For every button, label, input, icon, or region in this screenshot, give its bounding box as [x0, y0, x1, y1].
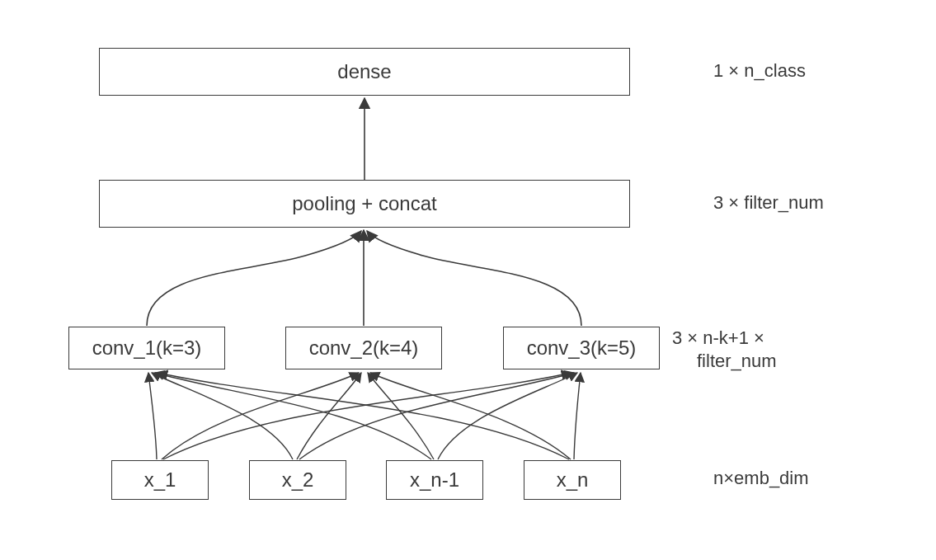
input-x3-label: x_n-1 — [410, 468, 459, 492]
layer-conv3: conv_3(k=5) — [503, 327, 660, 369]
diagram-stage: dense pooling + concat conv_1(k=3) conv_… — [0, 0, 936, 560]
annotation-dense-dim: 1 × n_class — [713, 59, 806, 82]
layer-pooling-label: pooling + concat — [292, 192, 436, 215]
annotation-pooling-dim: 3 × filter_num — [713, 191, 824, 214]
layer-dense-label: dense — [337, 60, 391, 83]
input-x2-label: x_2 — [282, 468, 314, 492]
input-x3: x_n-1 — [386, 460, 483, 500]
layer-conv3-label: conv_3(k=5) — [527, 336, 637, 360]
layer-conv2-label: conv_2(k=4) — [309, 336, 419, 360]
annotation-conv-dim-l1: 3 × n-k+1 × — [672, 327, 764, 350]
layer-dense: dense — [99, 48, 630, 96]
input-x4-label: x_n — [557, 468, 589, 492]
layer-conv2: conv_2(k=4) — [285, 327, 442, 369]
input-x4: x_n — [524, 460, 621, 500]
layer-conv1: conv_1(k=3) — [68, 327, 225, 369]
input-x2: x_2 — [249, 460, 346, 500]
layer-pooling: pooling + concat — [99, 180, 630, 228]
input-x1-label: x_1 — [144, 468, 176, 492]
layer-conv1-label: conv_1(k=3) — [92, 336, 202, 360]
annotation-input-dim: n×emb_dim — [713, 467, 809, 490]
input-x1: x_1 — [111, 460, 209, 500]
annotation-conv-dim-l2: filter_num — [697, 350, 777, 373]
